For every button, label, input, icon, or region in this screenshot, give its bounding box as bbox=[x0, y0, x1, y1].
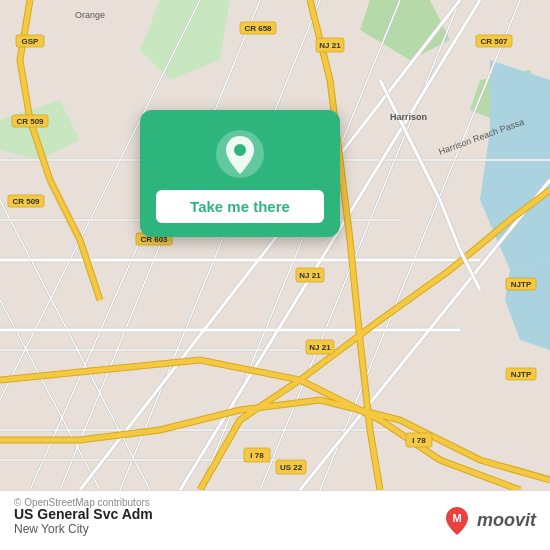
popup-card: Take me there bbox=[140, 110, 340, 237]
svg-text:NJ 21: NJ 21 bbox=[309, 343, 331, 352]
map-container: CR 658 NJ 21 NJ 21 NJ 21 CR 507 CR 509 C… bbox=[0, 0, 550, 490]
svg-text:US 22: US 22 bbox=[280, 463, 303, 472]
moovit-text-label: moovit bbox=[477, 510, 536, 531]
svg-point-79 bbox=[234, 144, 246, 156]
location-info: US General Svc Adm New York City bbox=[14, 506, 153, 536]
svg-text:Harrison: Harrison bbox=[390, 112, 427, 122]
svg-text:GSP: GSP bbox=[22, 37, 40, 46]
svg-text:I 78: I 78 bbox=[250, 451, 264, 460]
map-svg: CR 658 NJ 21 NJ 21 NJ 21 CR 507 CR 509 C… bbox=[0, 0, 550, 490]
bottom-bar: © OpenStreetMap contributors US General … bbox=[0, 490, 550, 550]
svg-text:NJTP: NJTP bbox=[511, 280, 532, 289]
svg-text:Orange: Orange bbox=[75, 10, 105, 20]
svg-text:NJ 21: NJ 21 bbox=[299, 271, 321, 280]
svg-text:CR 507: CR 507 bbox=[480, 37, 508, 46]
location-city: New York City bbox=[14, 522, 153, 536]
svg-text:NJTP: NJTP bbox=[511, 370, 532, 379]
svg-text:M: M bbox=[452, 512, 461, 524]
moovit-logo: M moovit bbox=[441, 505, 536, 537]
svg-text:NJ 21: NJ 21 bbox=[319, 41, 341, 50]
moovit-icon: M bbox=[441, 505, 473, 537]
copyright-text: © OpenStreetMap contributors bbox=[14, 497, 150, 508]
location-pin-icon bbox=[214, 128, 266, 180]
svg-text:CR 509: CR 509 bbox=[12, 197, 40, 206]
take-me-there-button[interactable]: Take me there bbox=[156, 190, 324, 223]
svg-text:CR 658: CR 658 bbox=[244, 24, 272, 33]
svg-text:I 78: I 78 bbox=[412, 436, 426, 445]
svg-text:CR 509: CR 509 bbox=[16, 117, 44, 126]
